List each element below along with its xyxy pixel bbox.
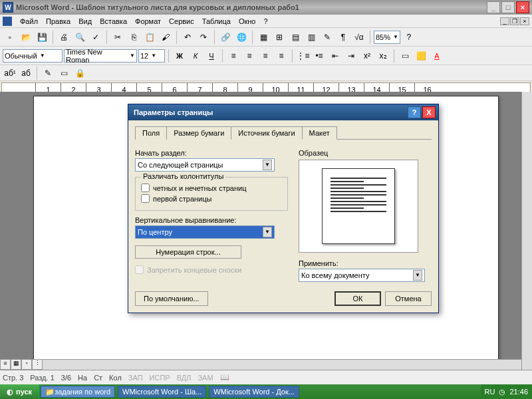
show-marks-icon[interactable]: √α xyxy=(352,30,366,45)
insert-autotext-icon[interactable]: aб¹ xyxy=(3,66,17,80)
copy-icon[interactable]: ⎘ xyxy=(126,30,141,45)
tab-margins[interactable]: Поля xyxy=(135,126,167,140)
zoom-combo[interactable]: 85%▼ xyxy=(374,31,400,44)
web-view-icon[interactable]: ▦ xyxy=(11,359,21,370)
columns-icon[interactable]: ▥ xyxy=(304,30,319,45)
tables-borders-icon[interactable]: ▦ xyxy=(256,30,271,45)
menu-file[interactable]: Файл xyxy=(16,17,42,25)
preview-icon[interactable]: 🔍 xyxy=(72,30,87,45)
align-right-icon[interactable]: ≡ xyxy=(258,49,273,63)
doc-restore-button[interactable]: ❐ xyxy=(510,17,519,25)
menu-edit[interactable]: Правка xyxy=(42,17,74,25)
start-button[interactable]: ◐пуск xyxy=(0,384,39,399)
font-color-icon[interactable]: A xyxy=(430,49,444,63)
tray-icon[interactable]: ◷ xyxy=(499,388,505,396)
normal-view-icon[interactable]: ≡ xyxy=(0,359,11,370)
preview-pane xyxy=(299,160,418,253)
new-doc-icon[interactable]: ▫ xyxy=(3,30,17,45)
italic-icon[interactable]: К xyxy=(188,49,203,63)
numbering-icon[interactable]: ⋮≡ xyxy=(296,49,311,63)
align-center-icon[interactable]: ≡ xyxy=(242,49,257,63)
language-indicator[interactable]: RU xyxy=(485,388,495,396)
headers-legend: Различать колонтитулы xyxy=(141,172,225,180)
print-view-icon[interactable]: ▫ xyxy=(21,359,32,370)
section-start-combo[interactable]: Со следующей страницы▼ xyxy=(135,158,275,172)
spellcheck-icon[interactable]: ✓ xyxy=(88,30,103,45)
borders-icon[interactable]: ▭ xyxy=(398,49,412,63)
bullets-icon[interactable]: •≡ xyxy=(312,49,327,63)
web-icon[interactable]: 🌐 xyxy=(234,30,249,45)
minimize-button[interactable]: _ xyxy=(487,1,500,13)
excel-icon[interactable]: ▤ xyxy=(288,30,303,45)
subscript-icon[interactable]: x₂ xyxy=(376,49,390,63)
help-icon[interactable]: ? xyxy=(402,30,416,45)
menu-table[interactable]: Таблица xyxy=(198,17,235,25)
odd-even-checkbox[interactable] xyxy=(141,184,150,192)
suppress-endnotes-checkbox xyxy=(135,265,144,274)
redo-icon[interactable]: ↷ xyxy=(196,30,211,45)
outline-view-icon[interactable]: ⋮ xyxy=(32,359,43,370)
field-icon[interactable]: aб xyxy=(19,66,33,80)
valign-combo[interactable]: По центру▼ xyxy=(135,225,275,239)
save-icon[interactable]: 💾 xyxy=(35,30,49,45)
tab-paper-source[interactable]: Источник бумаги xyxy=(231,126,302,140)
style-combo[interactable]: Обычный▼ xyxy=(3,49,63,63)
apply-to-combo[interactable]: Ко всему документу▼ xyxy=(299,269,425,282)
menu-help[interactable]: ? xyxy=(259,17,271,25)
insert-table-icon[interactable]: ⊞ xyxy=(272,30,287,45)
first-page-checkbox[interactable] xyxy=(141,194,150,203)
bold-icon[interactable]: Ж xyxy=(172,49,187,63)
book-icon[interactable]: 📖 xyxy=(220,373,229,382)
paste-icon[interactable]: 📋 xyxy=(142,30,157,45)
menu-tools[interactable]: Сервис xyxy=(165,17,198,25)
tab-paper-size[interactable]: Размер бумаги xyxy=(166,126,231,140)
font-combo[interactable]: Times New Roman▼ xyxy=(64,49,137,63)
horizontal-scrollbar[interactable]: ≡ ▦ ▫ ⋮ xyxy=(0,359,521,370)
align-justify-icon[interactable]: ≡ xyxy=(274,49,289,63)
undo-icon[interactable]: ↶ xyxy=(180,30,195,45)
superscript-icon[interactable]: x² xyxy=(360,49,374,63)
formatting-toolbar: Обычный▼ Times New Roman▼ 12▼ Ж К Ч ≡ ≡ … xyxy=(0,47,532,65)
line-numbers-button[interactable]: Нумерация строк... xyxy=(135,245,241,259)
outdent-icon[interactable]: ⇤ xyxy=(328,49,342,63)
draw-icon[interactable]: ✎ xyxy=(41,66,55,80)
status-line: Ст xyxy=(94,374,102,382)
taskbar-item-word2[interactable]: W Microsoft Word - Док... xyxy=(209,386,299,398)
dialog-help-button[interactable]: ? xyxy=(408,106,421,118)
hyperlink-icon[interactable]: 🔗 xyxy=(218,30,233,45)
cancel-button[interactable]: Отмена xyxy=(385,291,432,306)
doc-map-icon[interactable]: ¶ xyxy=(336,30,350,45)
vertical-scrollbar[interactable] xyxy=(521,92,532,370)
align-left-icon[interactable]: ≡ xyxy=(226,49,241,63)
frame-icon[interactable]: ▭ xyxy=(57,66,71,80)
maximize-button[interactable]: □ xyxy=(501,1,515,13)
system-tray[interactable]: RU ◷ 21:46 xyxy=(481,384,532,399)
menu-insert[interactable]: Вставка xyxy=(96,17,131,25)
close-button[interactable]: × xyxy=(516,1,529,13)
doc-close-button[interactable]: × xyxy=(520,17,529,25)
dialog-close-button[interactable]: X xyxy=(422,106,436,118)
menu-view[interactable]: Вид xyxy=(74,17,96,25)
menu-window[interactable]: Окно xyxy=(235,17,260,25)
dialog-titlebar[interactable]: Параметры страницы ? X xyxy=(128,104,438,120)
indent-icon[interactable]: ⇥ xyxy=(344,49,358,63)
page-setup-dialog: Параметры страницы ? X Поля Размер бумаг… xyxy=(128,104,439,313)
tab-layout[interactable]: Макет xyxy=(302,126,337,140)
fontsize-combo[interactable]: 12▼ xyxy=(138,49,165,63)
cut-icon[interactable]: ✂ xyxy=(110,30,125,45)
highlight-icon[interactable]: 🟨 xyxy=(414,49,428,63)
drawing-icon[interactable]: ✎ xyxy=(320,30,334,45)
headers-footers-group: Различать колонтитулы четных и нечетных … xyxy=(135,177,288,211)
lock-icon[interactable]: 🔒 xyxy=(72,66,87,80)
default-button[interactable]: По умолчанию... xyxy=(135,291,208,306)
taskbar-item-folder[interactable]: 📁 задания по word xyxy=(41,386,115,398)
taskbar-item-word1[interactable]: W Microsoft Word - Ша... xyxy=(118,386,206,398)
status-pages: 3/6 xyxy=(61,374,71,382)
print-icon[interactable]: 🖨 xyxy=(57,30,71,45)
doc-minimize-button[interactable]: _ xyxy=(500,17,509,25)
ok-button[interactable]: ОК xyxy=(334,291,381,306)
format-painter-icon[interactable]: 🖌 xyxy=(158,30,173,45)
underline-icon[interactable]: Ч xyxy=(204,49,219,63)
menu-format[interactable]: Формат xyxy=(131,17,165,25)
open-icon[interactable]: 📂 xyxy=(19,30,33,45)
